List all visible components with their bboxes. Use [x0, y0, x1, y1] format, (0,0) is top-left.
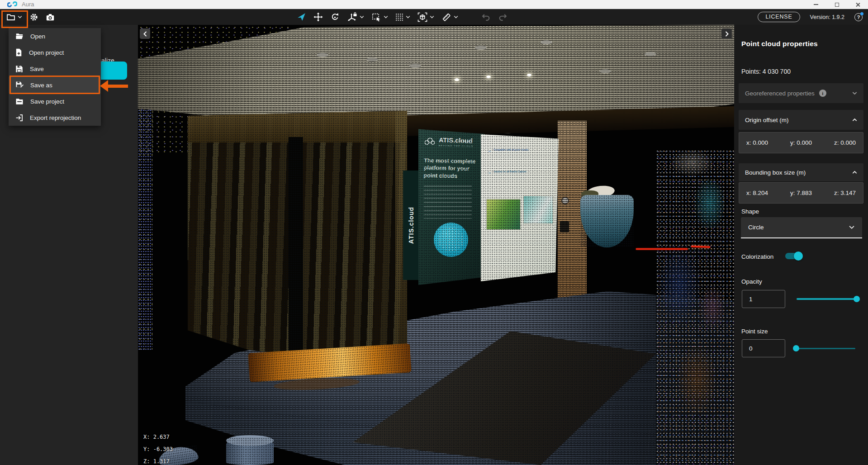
undo-button[interactable] — [477, 9, 494, 25]
colorization-label: Colorization — [741, 253, 773, 260]
info-icon: i — [819, 90, 826, 97]
chevron-down-icon — [852, 91, 857, 95]
menu-item-label: Save — [30, 66, 44, 72]
origin-offset-label: Origin offset (m) — [745, 117, 789, 123]
menu-item-export-reprojection[interactable]: Export reprojection — [9, 109, 101, 126]
save-as-icon — [15, 81, 24, 89]
projection-screen: → Compatible with all point clouds → Int… — [481, 131, 559, 281]
minimize-button[interactable] — [806, 0, 826, 9]
point-size-slider-thumb[interactable] — [793, 345, 799, 351]
opacity-input[interactable]: 1 — [742, 290, 785, 308]
bbox-y-value: y: 7.883 — [790, 190, 812, 196]
dot-grid-icon — [395, 13, 403, 21]
selection-tool-button[interactable] — [368, 9, 392, 25]
folder-save-icon — [15, 98, 24, 105]
undo-icon — [481, 13, 491, 22]
collapse-left-panel-button[interactable] — [140, 28, 150, 39]
screenshot-button[interactable] — [42, 9, 58, 25]
screen-caption-lines — [487, 234, 550, 244]
redo-icon — [498, 13, 508, 22]
poster-brand: ATIS.cloud — [439, 136, 474, 144]
opacity-slider[interactable] — [797, 298, 858, 300]
redo-button[interactable] — [494, 9, 512, 25]
chevron-left-icon — [143, 31, 147, 37]
titlebar: Aura — [0, 0, 868, 9]
screen-bullet-2-lines — [493, 174, 526, 181]
pointcloud-table — [580, 187, 634, 247]
shape-dropdown[interactable]: Circle — [741, 217, 862, 238]
colorization-toggle[interactable] — [785, 253, 802, 259]
coord-y: Y: -6.303 — [143, 443, 173, 456]
file-plus-icon — [15, 48, 22, 57]
rotate-tool-button[interactable] — [327, 9, 343, 25]
atis-poster: ATIS.cloud BEYOND THE CLOUD The most com… — [418, 128, 484, 285]
menu-item-save-as[interactable]: Save as — [9, 77, 101, 93]
point-density-tool-button[interactable] — [392, 9, 414, 25]
screen-image-2 — [523, 196, 553, 224]
bounding-box-section-header[interactable]: Bounding box size (m) — [739, 163, 863, 181]
shape-label: Shape — [741, 208, 759, 215]
clutter-blob — [694, 176, 726, 231]
nav-cursor-icon — [297, 12, 306, 22]
arrow-shaft — [108, 85, 128, 88]
georeferenced-section-header[interactable]: Georeferenced properties i — [739, 83, 863, 103]
transform-axes-tool-button[interactable] — [343, 9, 368, 25]
table-drape — [580, 195, 634, 247]
screen-bullet-1-text: Compatible with all point clouds — [493, 148, 533, 151]
wall-clock — [561, 197, 569, 204]
arrow-head — [100, 80, 108, 92]
screen-bullet-1-lines — [493, 152, 530, 158]
collapse-right-panel-button[interactable] — [721, 28, 732, 39]
atis-cloud-logo-icon — [424, 137, 436, 146]
screen-bullet-1: → Compatible with all point clouds — [487, 148, 533, 158]
points-count: Points: 4 030 700 — [741, 68, 791, 75]
rotate-icon — [330, 12, 340, 22]
opacity-slider-thumb[interactable] — [854, 296, 860, 302]
license-button[interactable]: LICENSE — [758, 12, 800, 22]
vertical-banner-label: ATIS.cloud — [408, 207, 415, 244]
select-area-icon — [371, 12, 381, 22]
origin-offset-section-header[interactable]: Origin offset (m) — [739, 110, 863, 130]
measure-tool-button[interactable] — [438, 9, 462, 25]
screen-bullet-2: → Intuitive for all Reality Capture — [487, 170, 533, 181]
poster-brand-row: ATIS.cloud BEYOND THE CLOUD — [424, 136, 474, 148]
close-button[interactable] — [847, 0, 868, 9]
maximize-button[interactable] — [826, 0, 847, 9]
bbox-x-value: x: 8.204 — [746, 190, 768, 196]
menu-item-save[interactable]: Save — [9, 61, 101, 77]
chevron-up-icon — [852, 171, 857, 174]
properties-panel: Point cloud properties Points: 4 030 700… — [734, 25, 868, 465]
navigate-tool-button[interactable] — [293, 9, 310, 25]
chevron-down-icon — [849, 225, 855, 229]
coord-x: X: 2.637 — [143, 431, 173, 443]
settings-button[interactable] — [26, 9, 42, 25]
opacity-label: Opacity — [741, 278, 762, 285]
pointcloud-viewport[interactable]: ATIS.cloud ATIS.cloud BEYOND THE CLOUD T… — [138, 25, 734, 465]
camera-icon — [46, 13, 55, 21]
help-button[interactable]: ? — [854, 13, 863, 21]
file-menu-button[interactable] — [3, 9, 26, 25]
chevron-down-icon — [18, 15, 22, 19]
main-toolbar: LICENSE Version: 1.9.2 ? — [0, 9, 868, 25]
chevron-right-icon — [725, 31, 729, 37]
move-icon — [313, 12, 323, 22]
chevron-down-icon — [454, 15, 458, 19]
globe-dots — [438, 227, 464, 252]
notification-dot — [860, 12, 863, 15]
menu-item-open[interactable]: Open — [9, 28, 101, 44]
point-size-input[interactable]: 0 — [742, 339, 785, 357]
ceiling-spotlights — [455, 78, 459, 81]
bounding-box-tool-button[interactable] — [414, 9, 438, 25]
chevron-down-icon — [430, 15, 434, 19]
menu-item-save-project[interactable]: Save project — [9, 93, 101, 109]
pan-tool-button[interactable] — [310, 9, 327, 25]
aura-app-window: Aura — [0, 0, 868, 465]
navigation-tools-group — [293, 9, 512, 25]
ruler-icon — [441, 12, 451, 22]
menu-item-open-project[interactable]: Open project — [9, 44, 101, 61]
poster-tagline: BEYOND THE CLOUD — [439, 144, 474, 147]
menu-item-label: Save project — [30, 98, 64, 105]
origin-z-value: z: 0.000 — [834, 139, 856, 146]
point-size-slider[interactable] — [794, 348, 855, 349]
wall-fixture — [560, 221, 569, 232]
